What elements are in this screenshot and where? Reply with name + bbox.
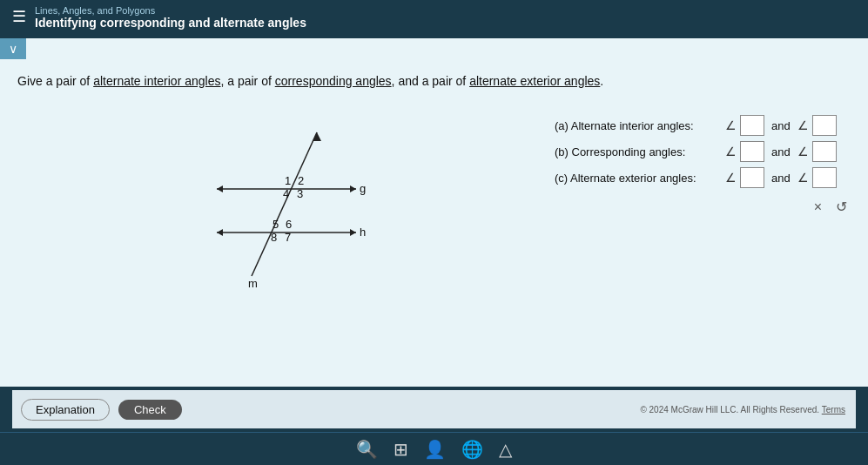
input-a2[interactable] — [812, 115, 837, 136]
title-block: Lines, Angles, and Polygons Identifying … — [35, 5, 306, 30]
svg-marker-7 — [217, 229, 223, 236]
input-group-c1: ∠ — [725, 167, 764, 188]
input-group-a2: ∠ — [797, 115, 837, 136]
angle-8: 8 — [271, 231, 277, 244]
subtitle: Lines, Angles, and Polygons — [35, 5, 306, 16]
link-corresponding[interactable]: corresponding angles — [275, 74, 392, 88]
main-title: Identifying corresponding and alternate … — [35, 16, 306, 30]
undo-button[interactable]: ↺ — [836, 199, 847, 215]
input-group-b1: ∠ — [725, 141, 764, 162]
input-b2[interactable] — [812, 141, 837, 162]
angle-5: 5 — [273, 218, 279, 231]
input-b1[interactable] — [740, 141, 764, 162]
input-group-c2: ∠ — [797, 167, 837, 188]
answer-panel: (a) Alternate interior angles: ∠ and ∠ (… — [555, 98, 851, 215]
and-a: and — [771, 119, 791, 132]
label-m: m — [248, 277, 258, 290]
bottom-bar-inner: Explanation Check © 2024 McGraw Hill LLC… — [12, 390, 856, 428]
top-bar: ☰ Lines, Angles, and Polygons Identifyin… — [0, 0, 868, 38]
angle-symbol-a1: ∠ — [725, 118, 737, 132]
answer-row-a: (a) Alternate interior angles: ∠ and ∠ — [555, 115, 851, 136]
label-g: g — [360, 182, 366, 195]
input-group-b2: ∠ — [797, 141, 837, 162]
label-row-c: (c) Alternate exterior angles: — [555, 172, 720, 185]
check-button[interactable]: Check — [118, 400, 182, 420]
and-b: and — [771, 145, 791, 158]
angle-6: 6 — [286, 218, 292, 231]
clear-button[interactable]: × — [814, 199, 822, 215]
label-row-b: (b) Corresponding angles: — [555, 145, 720, 158]
angle-7: 7 — [285, 231, 291, 244]
angle-symbol-b2: ∠ — [797, 145, 809, 158]
answer-row-b: (b) Corresponding angles: ∠ and ∠ — [555, 141, 851, 162]
content-area: ∨ Give a pair of alternate interior angl… — [0, 38, 868, 387]
and-c: and — [771, 172, 791, 185]
taskbar-user-icon[interactable]: 👤 — [424, 439, 446, 460]
svg-marker-1 — [350, 185, 356, 192]
input-group-a1: ∠ — [725, 115, 764, 136]
svg-marker-3 — [350, 229, 356, 236]
link-alternate-exterior[interactable]: alternate exterior angles — [469, 74, 600, 88]
input-c1[interactable] — [740, 167, 764, 188]
answer-row-c: (c) Alternate exterior angles: ∠ and ∠ — [555, 167, 851, 188]
terms-link[interactable]: Terms — [822, 405, 845, 414]
label-row-a: (a) Alternate interior angles: — [555, 119, 720, 132]
copyright-text: © 2024 McGraw Hill LLC. All Rights Reser… — [640, 405, 845, 414]
angle-symbol-b1: ∠ — [725, 145, 737, 158]
taskbar-search-icon[interactable]: 🔍 — [356, 439, 378, 460]
explanation-button[interactable]: Explanation — [21, 399, 110, 421]
angle-4: 4 — [283, 187, 289, 200]
svg-marker-6 — [217, 185, 223, 192]
main-section: g h m 1 2 3 4 — [0, 98, 868, 387]
svg-line-4 — [252, 132, 317, 276]
geometry-diagram: g h m 1 2 3 4 — [165, 106, 391, 298]
taskbar-grid-icon[interactable]: ⊞ — [394, 439, 408, 460]
taskbar: 🔍 ⊞ 👤 🌐 △ — [0, 432, 868, 465]
angle-symbol-c2: ∠ — [797, 171, 809, 185]
label-h: h — [360, 226, 366, 239]
hamburger-icon[interactable]: ☰ — [12, 7, 26, 26]
angle-3: 3 — [297, 187, 303, 200]
angle-2: 2 — [298, 174, 304, 187]
diagram-container: g h m 1 2 3 4 — [17, 98, 537, 298]
input-a1[interactable] — [740, 115, 764, 136]
input-c2[interactable] — [812, 167, 837, 188]
link-alternate-interior[interactable]: alternate interior angles — [93, 74, 220, 88]
action-row: × ↺ — [555, 193, 851, 215]
svg-marker-5 — [313, 132, 321, 141]
bottom-bar: Explanation Check © 2024 McGraw Hill LLC… — [0, 387, 868, 432]
chevron-down-icon: ∨ — [9, 42, 17, 56]
taskbar-triangle-icon[interactable]: △ — [499, 439, 512, 460]
angle-1: 1 — [285, 174, 291, 187]
chevron-button[interactable]: ∨ — [0, 38, 26, 59]
instruction-text: Give a pair of alternate interior angles… — [0, 59, 868, 98]
angle-symbol-a2: ∠ — [797, 118, 809, 132]
taskbar-chrome-icon[interactable]: 🌐 — [461, 439, 483, 460]
angle-symbol-c1: ∠ — [725, 171, 737, 185]
